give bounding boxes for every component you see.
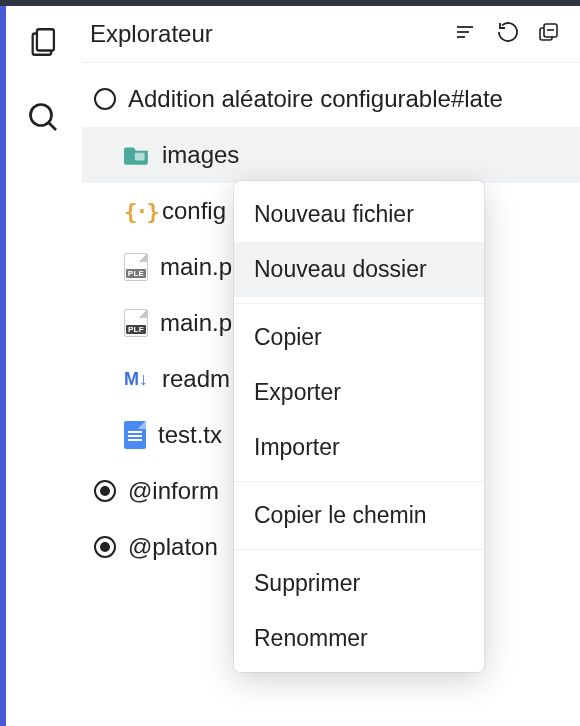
files-icon bbox=[27, 25, 61, 59]
tree-item-label: @platon bbox=[128, 533, 218, 561]
json-icon: {·} bbox=[124, 199, 150, 224]
panel-title: Explorateur bbox=[90, 20, 454, 48]
menu-item[interactable]: Supprimer bbox=[234, 556, 484, 611]
folder-icon bbox=[124, 144, 150, 166]
tree-item-label: Addition aléatoire configurable#late bbox=[128, 85, 503, 113]
svg-rect-8 bbox=[135, 153, 145, 161]
tree-item-label: readm bbox=[162, 365, 230, 393]
ple-file-icon: PLE bbox=[124, 253, 148, 281]
tree-item-label: images bbox=[162, 141, 239, 169]
menu-separator bbox=[234, 481, 484, 482]
search-tab[interactable] bbox=[24, 98, 64, 138]
text-file-icon bbox=[124, 421, 146, 449]
menu-separator bbox=[234, 549, 484, 550]
tree-item-label: main.p bbox=[160, 309, 232, 337]
search-icon bbox=[26, 100, 62, 136]
menu-item[interactable]: Nouveau fichier bbox=[234, 187, 484, 242]
sort-icon[interactable] bbox=[454, 20, 478, 48]
panel-actions bbox=[454, 20, 562, 48]
tree-folder-item[interactable]: images bbox=[82, 127, 580, 183]
tree-item-label: test.tx bbox=[158, 421, 222, 449]
menu-separator bbox=[234, 303, 484, 304]
tree-item-label: main.p bbox=[160, 253, 232, 281]
radio-icon bbox=[94, 480, 116, 502]
refresh-icon[interactable] bbox=[496, 20, 520, 48]
radio-icon bbox=[94, 536, 116, 558]
explorer-tab[interactable] bbox=[24, 22, 64, 62]
tree-root-item[interactable]: Addition aléatoire configurable#late bbox=[82, 71, 580, 127]
markdown-icon: M↓ bbox=[124, 369, 150, 390]
circle-icon bbox=[94, 88, 116, 110]
panel-header: Explorateur bbox=[82, 6, 580, 63]
context-menu: Nouveau fichierNouveau dossierCopierExpo… bbox=[234, 181, 484, 672]
collapse-icon[interactable] bbox=[538, 20, 562, 48]
menu-item[interactable]: Copier bbox=[234, 310, 484, 365]
svg-line-2 bbox=[49, 123, 57, 131]
menu-item[interactable]: Exporter bbox=[234, 365, 484, 420]
tree-item-label: @inform bbox=[128, 477, 219, 505]
activity-bar bbox=[0, 6, 82, 726]
menu-item[interactable]: Importer bbox=[234, 420, 484, 475]
tree-item-label: config bbox=[162, 197, 226, 225]
svg-point-1 bbox=[31, 105, 52, 126]
menu-item[interactable]: Nouveau dossier bbox=[234, 242, 484, 297]
menu-item[interactable]: Copier le chemin bbox=[234, 488, 484, 543]
plf-file-icon: PLF bbox=[124, 309, 148, 337]
menu-item[interactable]: Renommer bbox=[234, 611, 484, 666]
svg-rect-0 bbox=[37, 29, 54, 50]
